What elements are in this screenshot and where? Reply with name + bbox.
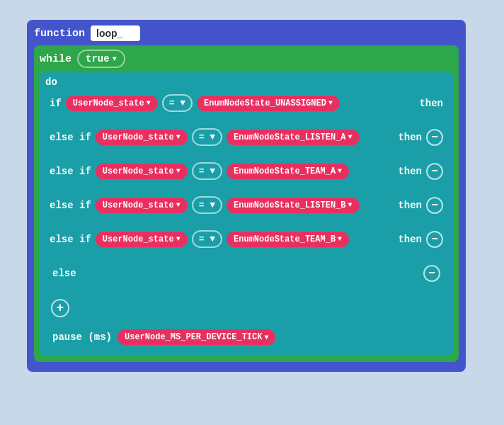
- while-block: while true ▼ do if UserNode_state ▼ = ▼: [34, 45, 459, 362]
- remove-else-if-button-4[interactable]: −: [426, 231, 443, 248]
- then-label-1: then: [398, 132, 422, 143]
- enum-label-2: EnumNodeState_TEAM_A: [234, 166, 336, 176]
- eq-pill-0[interactable]: = ▼: [162, 94, 193, 112]
- do-block: do if UserNode_state ▼ = ▼ EnumNodeState…: [40, 72, 453, 355]
- var-label-0: UserNode_state: [73, 98, 144, 108]
- eq-pill-3[interactable]: = ▼: [192, 196, 222, 214]
- eq-pill-1[interactable]: = ▼: [192, 128, 222, 146]
- else-if-row-4: else if UserNode_state ▼ = ▼ EnumNodeSta…: [45, 227, 447, 251]
- while-condition-dropdown[interactable]: true ▼: [77, 50, 125, 68]
- remove-else-if-button-2[interactable]: −: [426, 163, 443, 180]
- chevron-down-icon: ▼: [264, 334, 268, 341]
- then-label-4: then: [398, 234, 422, 245]
- plus-icon: +: [57, 302, 64, 314]
- remove-else-if-button-1[interactable]: −: [426, 129, 443, 146]
- chevron-down-icon: ▼: [176, 167, 181, 175]
- then-label-2: then: [398, 166, 422, 177]
- function-header: function: [34, 26, 459, 41]
- var-label-3: UserNode_state: [103, 200, 174, 210]
- chevron-down-icon: ▼: [338, 167, 342, 175]
- minus-icon-2: −: [431, 166, 438, 177]
- chevron-down-icon: ▼: [113, 55, 117, 63]
- else-if-row-2: else if UserNode_state ▼ = ▼ EnumNodeSta…: [45, 159, 447, 183]
- notch-2: [54, 186, 447, 193]
- chevron-down-icon: ▼: [176, 133, 181, 141]
- var-pill-1[interactable]: UserNode_state ▼: [96, 130, 188, 145]
- notch-else: [54, 288, 447, 295]
- pause-keyword: pause (ms): [52, 332, 112, 343]
- else-if-keyword-3: else if: [50, 200, 91, 211]
- enum-label-1: EnumNodeState_LISTEN_A: [234, 132, 345, 142]
- if-row-0: if UserNode_state ▼ = ▼ EnumNodeState_UN…: [45, 91, 447, 115]
- chevron-down-icon: ▼: [348, 133, 353, 141]
- enum-pill-2[interactable]: EnumNodeState_TEAM_A ▼: [227, 164, 349, 179]
- chevron-down-icon: ▼: [147, 99, 151, 107]
- minus-icon-1: −: [431, 132, 438, 143]
- pause-row: pause (ms) UserNode_MS_PER_DEVICE_TICK ▼: [45, 325, 447, 349]
- chevron-down-icon: ▼: [328, 99, 333, 107]
- else-keyword: else: [52, 268, 76, 279]
- enum-pill-4[interactable]: EnumNodeState_TEAM_B ▼: [227, 232, 349, 247]
- notch-0: [54, 118, 447, 125]
- eq-pill-4[interactable]: = ▼: [192, 230, 222, 248]
- chevron-down-icon: ▼: [348, 201, 353, 209]
- while-condition-value: true: [86, 53, 110, 64]
- else-if-row-3: else if UserNode_state ▼ = ▼ EnumNodeSta…: [45, 193, 447, 217]
- var-pill-0[interactable]: UserNode_state ▼: [66, 96, 158, 111]
- pause-var-pill[interactable]: UserNode_MS_PER_DEVICE_TICK ▼: [118, 329, 275, 345]
- chevron-down-icon: ▼: [176, 235, 181, 243]
- function-block: function while true ▼ do if UserNode_sta…: [27, 20, 466, 372]
- chevron-down-icon: ▼: [176, 201, 181, 209]
- var-label-2: UserNode_state: [103, 166, 174, 176]
- minus-icon-3: −: [431, 200, 438, 211]
- else-if-keyword-2: else if: [50, 166, 91, 177]
- chevron-down-icon: ▼: [338, 235, 342, 243]
- var-pill-3[interactable]: UserNode_state ▼: [96, 198, 188, 213]
- else-if-keyword-1: else if: [50, 132, 91, 143]
- if-keyword-0: if: [50, 98, 62, 109]
- do-keyword: do: [45, 76, 447, 88]
- while-header: while true ▼: [40, 50, 453, 68]
- remove-else-button[interactable]: −: [423, 265, 440, 282]
- then-label-0: then: [419, 98, 443, 109]
- add-condition-button[interactable]: +: [51, 299, 69, 317]
- remove-else-if-button-3[interactable]: −: [426, 197, 443, 214]
- enum-pill-1[interactable]: EnumNodeState_LISTEN_A ▼: [227, 130, 359, 145]
- enum-pill-3[interactable]: EnumNodeState_LISTEN_B ▼: [227, 198, 359, 213]
- workspace: function while true ▼ do if UserNode_sta…: [0, 0, 504, 425]
- enum-label-0: EnumNodeState_UNASSIGNED: [204, 98, 326, 108]
- enum-pill-0[interactable]: EnumNodeState_UNASSIGNED ▼: [197, 96, 340, 111]
- var-label-1: UserNode_state: [103, 132, 174, 142]
- notch-4: [54, 254, 447, 261]
- then-label-3: then: [398, 200, 422, 211]
- minus-icon-4: −: [431, 234, 438, 245]
- notch-3: [54, 220, 447, 227]
- enum-label-4: EnumNodeState_TEAM_B: [234, 234, 336, 244]
- else-if-row-1: else if UserNode_state ▼ = ▼ EnumNodeSta…: [45, 125, 447, 149]
- enum-label-3: EnumNodeState_LISTEN_B: [234, 200, 345, 210]
- var-label-4: UserNode_state: [103, 234, 174, 244]
- pause-var-label: UserNode_MS_PER_DEVICE_TICK: [125, 332, 262, 342]
- eq-pill-2[interactable]: = ▼: [192, 162, 222, 180]
- var-pill-2[interactable]: UserNode_state ▼: [96, 164, 188, 179]
- notch-1: [54, 152, 447, 159]
- while-keyword: while: [40, 53, 71, 65]
- else-if-keyword-4: else if: [50, 234, 91, 245]
- function-name-input[interactable]: [91, 26, 140, 41]
- var-pill-4[interactable]: UserNode_state ▼: [96, 232, 188, 247]
- function-keyword: function: [34, 28, 85, 40]
- minus-icon-else: −: [428, 268, 435, 279]
- else-row: else −: [45, 261, 447, 286]
- plus-row: +: [45, 295, 447, 321]
